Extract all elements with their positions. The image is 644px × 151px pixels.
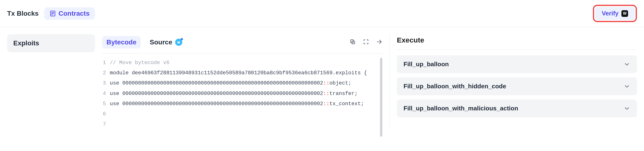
- code-segment: ::: [323, 91, 329, 97]
- execute-title: Execute: [397, 34, 637, 50]
- verify-highlight: Verify W: [593, 5, 637, 22]
- line-number: 1: [102, 59, 110, 67]
- header-left: Tx Blocks Contracts: [7, 7, 95, 20]
- execute-item[interactable]: Fill_up_balloon_with_hidden_code: [397, 77, 637, 95]
- code-row: 2module dee46963f2881139948931c1152dde50…: [102, 68, 382, 78]
- line-number: 2: [102, 69, 110, 77]
- header-bar: Tx Blocks Contracts Verify W: [0, 0, 644, 27]
- main-area: Exploits Bytecode Source ≋: [0, 27, 644, 137]
- contracts-icon: [50, 10, 56, 17]
- code-tab-source-label: Source: [150, 38, 172, 46]
- code-segment: 0000000000000000000000000000000000000000…: [122, 91, 323, 97]
- code-row: 5use 00000000000000000000000000000000000…: [102, 99, 382, 109]
- code-actions: [350, 39, 382, 46]
- execute-item[interactable]: Fill_up_balloon: [397, 55, 637, 73]
- chevron-down-icon: [624, 83, 630, 90]
- line-number: 7: [102, 120, 110, 129]
- execute-item-label: Fill_up_balloon: [404, 61, 449, 68]
- code-line: use 000000000000000000000000000000000000…: [110, 90, 382, 98]
- code-row: 1// Move bytecode v6: [102, 58, 382, 68]
- code-segment: 0000000000000000000000000000000000000000…: [122, 80, 323, 86]
- tab-contracts[interactable]: Contracts: [44, 7, 95, 20]
- verify-button[interactable]: Verify W: [595, 7, 635, 20]
- tab-tx-blocks[interactable]: Tx Blocks: [7, 10, 38, 17]
- line-number: 3: [102, 79, 110, 87]
- execute-item-label: Fill_up_balloon_with_malicious_action: [404, 105, 518, 112]
- code-row: 3use 00000000000000000000000000000000000…: [102, 78, 382, 88]
- copy-icon[interactable]: [350, 39, 356, 46]
- code-row: 6: [102, 109, 382, 119]
- code-tab-source[interactable]: Source ≋: [146, 36, 186, 48]
- code-segment: ::: [323, 101, 329, 107]
- code-area: 1// Move bytecode v62module dee46963f288…: [102, 53, 382, 129]
- code-segment: use: [110, 101, 122, 107]
- execute-panel: Execute Fill_up_balloonFill_up_balloon_w…: [390, 34, 637, 129]
- code-segment: module dee46963f2881139948931c1152dde505…: [110, 70, 367, 76]
- code-line: // Move bytecode v6: [110, 59, 382, 67]
- code-panel-header: Bytecode Source ≋: [102, 34, 382, 53]
- code-line: use 000000000000000000000000000000000000…: [110, 79, 382, 87]
- code-line: use 000000000000000000000000000000000000…: [110, 100, 382, 108]
- execute-item[interactable]: Fill_up_balloon_with_malicious_action: [397, 100, 637, 117]
- verify-button-label: Verify: [602, 10, 618, 17]
- chevron-down-icon: [624, 61, 630, 68]
- code-line: [110, 120, 382, 129]
- code-line: module dee46963f2881139948931c1152dde505…: [110, 69, 382, 77]
- scrollbar[interactable]: [380, 58, 382, 137]
- tab-contracts-label: Contracts: [58, 10, 90, 17]
- code-row: 4use 00000000000000000000000000000000000…: [102, 89, 382, 99]
- code-segment: use: [110, 80, 122, 86]
- code-segment: tx_context;: [329, 101, 364, 107]
- expand-icon[interactable]: [363, 39, 369, 46]
- code-tabs: Bytecode Source ≋: [102, 36, 186, 48]
- code-segment: ::: [323, 80, 329, 86]
- sidebar-item-label: Exploits: [13, 39, 39, 47]
- line-number: 4: [102, 90, 110, 98]
- chevron-down-icon: [624, 105, 630, 112]
- line-number: 6: [102, 110, 110, 118]
- verify-badge-icon: W: [622, 10, 628, 17]
- code-segment: transfer;: [329, 91, 358, 97]
- code-segment: use: [110, 91, 122, 97]
- arrow-right-icon[interactable]: [376, 39, 382, 46]
- sidebar: Exploits: [7, 34, 95, 129]
- code-panel: Bytecode Source ≋ 1// Move byt: [95, 34, 390, 129]
- source-badge-icon: ≋: [175, 39, 182, 46]
- code-segment: object;: [329, 80, 351, 86]
- sidebar-item-exploits[interactable]: Exploits: [7, 34, 95, 52]
- code-segment: // Move bytecode v6: [110, 60, 170, 66]
- code-tab-bytecode[interactable]: Bytecode: [102, 36, 141, 48]
- code-row: 7: [102, 119, 382, 129]
- code-segment: 0000000000000000000000000000000000000000…: [122, 101, 323, 107]
- line-number: 5: [102, 100, 110, 108]
- execute-item-label: Fill_up_balloon_with_hidden_code: [404, 83, 506, 90]
- code-line: [110, 110, 382, 118]
